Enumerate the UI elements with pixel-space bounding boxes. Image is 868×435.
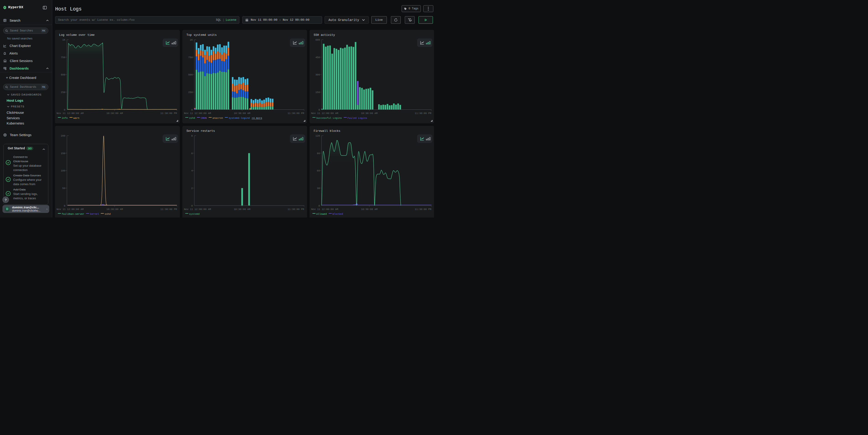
svg-text:10:30:00 AM: 10:30:00 AM xyxy=(234,112,250,115)
svg-text:Firewall blocks: Firewall blocks xyxy=(314,129,340,132)
svg-text:250: 250 xyxy=(61,91,65,94)
svg-text:sshd: sshd xyxy=(104,213,111,215)
svg-text:Nov 11 12:00:00 AM: Nov 11 12:00:00 AM xyxy=(57,208,84,211)
svg-text:4: 4 xyxy=(191,169,193,172)
svg-text:systemd: systemd xyxy=(189,213,200,215)
svg-text:+4 more: +4 more xyxy=(252,117,262,120)
svg-text:info: info xyxy=(62,117,68,120)
svg-text:Nov 11 12:00:00 AM: Nov 11 12:00:00 AM xyxy=(311,112,338,115)
svg-text:0: 0 xyxy=(318,108,320,111)
svg-text:SSH activity: SSH activity xyxy=(314,33,335,37)
svg-text:600: 600 xyxy=(315,38,320,41)
svg-text:60: 60 xyxy=(317,169,320,172)
svg-text:50: 50 xyxy=(62,187,65,189)
svg-text:0: 0 xyxy=(64,204,65,207)
svg-text:450: 450 xyxy=(315,56,320,59)
svg-text:11:30:00 PM: 11:30:00 PM xyxy=(414,112,431,115)
svg-text:100: 100 xyxy=(61,169,65,172)
svg-text:11:30:00 PM: 11:30:00 PM xyxy=(414,208,431,211)
svg-text:Service restarts: Service restarts xyxy=(186,129,215,132)
svg-text:10:30:00 AM: 10:30:00 AM xyxy=(234,208,250,211)
svg-text:Nov 11 12:00:00 AM: Nov 11 12:00:00 AM xyxy=(311,208,338,211)
svg-text:300: 300 xyxy=(315,73,320,76)
svg-text:11:30:00 PM: 11:30:00 PM xyxy=(160,112,177,115)
svg-text:200: 200 xyxy=(61,134,65,137)
svg-text:Successful Logins: Successful Logins xyxy=(316,117,342,120)
svg-text:Log volume over time: Log volume over time xyxy=(59,33,95,37)
svg-text:anacron: anacron xyxy=(212,117,223,120)
svg-text:CRON: CRON xyxy=(201,117,207,120)
svg-text:fail2ban-server: fail2ban-server xyxy=(62,213,84,215)
svg-text:250: 250 xyxy=(188,91,193,94)
svg-text:10:30:00 AM: 10:30:00 AM xyxy=(361,112,378,115)
svg-text:0: 0 xyxy=(64,108,65,111)
svg-text:Allowed: Allowed xyxy=(316,213,327,215)
svg-text:Nov 11 12:00:00 AM: Nov 11 12:00:00 AM xyxy=(184,112,211,115)
svg-text:Top systemd units: Top systemd units xyxy=(186,33,217,37)
svg-text:500: 500 xyxy=(61,73,65,76)
svg-text:Failed Logins: Failed Logins xyxy=(348,117,367,120)
svg-text:150: 150 xyxy=(61,152,65,155)
svg-text:150: 150 xyxy=(315,91,320,94)
svg-text:120: 120 xyxy=(315,134,320,137)
svg-text:0: 0 xyxy=(318,204,320,207)
svg-text:10:30:00 AM: 10:30:00 AM xyxy=(106,112,123,115)
svg-text:6: 6 xyxy=(191,152,193,155)
svg-text:30: 30 xyxy=(317,187,320,189)
svg-text:1K: 1K xyxy=(62,38,65,41)
svg-text:Nov 11 12:00:00 AM: Nov 11 12:00:00 AM xyxy=(184,208,211,211)
svg-text:Blocked: Blocked xyxy=(333,213,343,215)
svg-text:0: 0 xyxy=(191,204,193,207)
svg-text:2: 2 xyxy=(191,187,193,189)
svg-text:systemd-logind: systemd-logind xyxy=(228,117,250,120)
svg-text:11:30:00 PM: 11:30:00 PM xyxy=(160,208,177,211)
svg-text:11:30:00 PM: 11:30:00 PM xyxy=(287,112,304,115)
svg-text:warn: warn xyxy=(73,117,79,120)
svg-text:11:30:00 PM: 11:30:00 PM xyxy=(287,208,304,211)
svg-text:kernel: kernel xyxy=(90,213,99,215)
svg-text:8: 8 xyxy=(191,134,193,137)
svg-text:500: 500 xyxy=(188,73,193,76)
svg-text:90: 90 xyxy=(317,152,320,155)
svg-text:Nov 11 12:00:00 AM: Nov 11 12:00:00 AM xyxy=(57,112,84,115)
svg-text:1K: 1K xyxy=(190,38,193,41)
svg-text:10:30:00 AM: 10:30:00 AM xyxy=(106,208,123,211)
svg-text:750: 750 xyxy=(61,56,65,59)
svg-text:10:30:00 AM: 10:30:00 AM xyxy=(361,208,378,211)
svg-text:sshd: sshd xyxy=(189,117,195,120)
svg-text:750: 750 xyxy=(188,56,193,59)
svg-text:0: 0 xyxy=(191,108,193,111)
